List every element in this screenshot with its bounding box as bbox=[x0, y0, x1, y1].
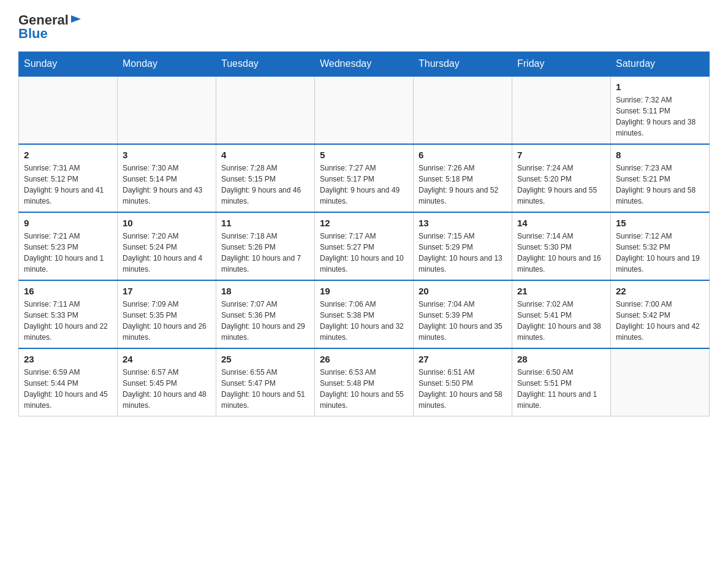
day-info: Sunrise: 7:31 AM Sunset: 5:12 PM Dayligh… bbox=[24, 163, 112, 207]
day-number: 23 bbox=[24, 354, 112, 364]
calendar-cell bbox=[118, 76, 216, 144]
day-number: 17 bbox=[123, 286, 211, 296]
day-info: Sunrise: 6:57 AM Sunset: 5:45 PM Dayligh… bbox=[123, 367, 211, 411]
day-info: Sunrise: 7:00 AM Sunset: 5:42 PM Dayligh… bbox=[616, 299, 704, 343]
day-info: Sunrise: 7:04 AM Sunset: 5:39 PM Dayligh… bbox=[419, 299, 507, 343]
weekday-header-thursday: Thursday bbox=[414, 52, 512, 77]
day-number: 10 bbox=[123, 218, 211, 228]
calendar-cell: 8Sunrise: 7:23 AM Sunset: 5:21 PM Daylig… bbox=[611, 144, 710, 212]
day-info: Sunrise: 7:23 AM Sunset: 5:21 PM Dayligh… bbox=[616, 163, 704, 207]
day-info: Sunrise: 7:02 AM Sunset: 5:41 PM Dayligh… bbox=[517, 299, 605, 343]
day-number: 7 bbox=[517, 150, 605, 160]
day-info: Sunrise: 7:11 AM Sunset: 5:33 PM Dayligh… bbox=[24, 299, 112, 343]
day-info: Sunrise: 7:26 AM Sunset: 5:18 PM Dayligh… bbox=[419, 163, 507, 207]
day-info: Sunrise: 7:09 AM Sunset: 5:35 PM Dayligh… bbox=[123, 299, 211, 343]
day-info: Sunrise: 7:28 AM Sunset: 5:15 PM Dayligh… bbox=[221, 163, 309, 207]
calendar-cell: 21Sunrise: 7:02 AM Sunset: 5:41 PM Dayli… bbox=[512, 280, 611, 348]
calendar-cell: 12Sunrise: 7:17 AM Sunset: 5:27 PM Dayli… bbox=[315, 212, 414, 280]
calendar-cell bbox=[512, 76, 611, 144]
page-header: General Blue bbox=[18, 12, 710, 42]
weekday-header-monday: Monday bbox=[118, 52, 216, 77]
calendar-cell: 16Sunrise: 7:11 AM Sunset: 5:33 PM Dayli… bbox=[19, 280, 118, 348]
calendar-cell: 22Sunrise: 7:00 AM Sunset: 5:42 PM Dayli… bbox=[611, 280, 710, 348]
day-number: 12 bbox=[320, 218, 408, 228]
day-info: Sunrise: 7:12 AM Sunset: 5:32 PM Dayligh… bbox=[616, 231, 704, 275]
day-number: 14 bbox=[517, 218, 605, 228]
calendar-cell: 3Sunrise: 7:30 AM Sunset: 5:14 PM Daylig… bbox=[118, 144, 216, 212]
day-number: 8 bbox=[616, 150, 704, 160]
svg-marker-0 bbox=[71, 15, 81, 23]
calendar-cell: 25Sunrise: 6:55 AM Sunset: 5:47 PM Dayli… bbox=[216, 348, 315, 416]
calendar-cell: 28Sunrise: 6:50 AM Sunset: 5:51 PM Dayli… bbox=[512, 348, 611, 416]
calendar-cell: 9Sunrise: 7:21 AM Sunset: 5:23 PM Daylig… bbox=[19, 212, 118, 280]
day-number: 19 bbox=[320, 286, 408, 296]
day-number: 24 bbox=[123, 354, 211, 364]
day-info: Sunrise: 6:50 AM Sunset: 5:51 PM Dayligh… bbox=[517, 367, 605, 411]
day-number: 5 bbox=[320, 150, 408, 160]
calendar-cell: 7Sunrise: 7:24 AM Sunset: 5:20 PM Daylig… bbox=[512, 144, 611, 212]
calendar-week-row: 23Sunrise: 6:59 AM Sunset: 5:44 PM Dayli… bbox=[19, 348, 710, 416]
day-number: 1 bbox=[616, 82, 704, 92]
calendar-cell: 1Sunrise: 7:32 AM Sunset: 5:11 PM Daylig… bbox=[611, 76, 710, 144]
day-number: 6 bbox=[419, 150, 507, 160]
day-info: Sunrise: 7:20 AM Sunset: 5:24 PM Dayligh… bbox=[123, 231, 211, 275]
calendar-cell bbox=[19, 76, 118, 144]
calendar-cell: 15Sunrise: 7:12 AM Sunset: 5:32 PM Dayli… bbox=[611, 212, 710, 280]
calendar-cell: 27Sunrise: 6:51 AM Sunset: 5:50 PM Dayli… bbox=[414, 348, 512, 416]
calendar-cell: 11Sunrise: 7:18 AM Sunset: 5:26 PM Dayli… bbox=[216, 212, 315, 280]
calendar-cell: 4Sunrise: 7:28 AM Sunset: 5:15 PM Daylig… bbox=[216, 144, 315, 212]
day-number: 22 bbox=[616, 286, 704, 296]
day-number: 20 bbox=[419, 286, 507, 296]
weekday-header-wednesday: Wednesday bbox=[315, 52, 414, 77]
weekday-header-row: SundayMondayTuesdayWednesdayThursdayFrid… bbox=[19, 52, 710, 77]
calendar-cell bbox=[315, 76, 414, 144]
calendar-table: SundayMondayTuesdayWednesdayThursdayFrid… bbox=[18, 52, 710, 416]
day-number: 9 bbox=[24, 218, 112, 228]
calendar-cell: 5Sunrise: 7:27 AM Sunset: 5:17 PM Daylig… bbox=[315, 144, 414, 212]
logo-flag-icon bbox=[70, 14, 82, 26]
day-info: Sunrise: 7:07 AM Sunset: 5:36 PM Dayligh… bbox=[221, 299, 309, 343]
logo: General Blue bbox=[18, 12, 82, 42]
weekday-header-sunday: Sunday bbox=[19, 52, 118, 77]
calendar-cell: 18Sunrise: 7:07 AM Sunset: 5:36 PM Dayli… bbox=[216, 280, 315, 348]
calendar-cell: 17Sunrise: 7:09 AM Sunset: 5:35 PM Dayli… bbox=[118, 280, 216, 348]
day-info: Sunrise: 7:30 AM Sunset: 5:14 PM Dayligh… bbox=[123, 163, 211, 207]
calendar-week-row: 9Sunrise: 7:21 AM Sunset: 5:23 PM Daylig… bbox=[19, 212, 710, 280]
calendar-cell bbox=[216, 76, 315, 144]
day-info: Sunrise: 7:17 AM Sunset: 5:27 PM Dayligh… bbox=[320, 231, 408, 275]
calendar-cell: 13Sunrise: 7:15 AM Sunset: 5:29 PM Dayli… bbox=[414, 212, 512, 280]
calendar-cell: 24Sunrise: 6:57 AM Sunset: 5:45 PM Dayli… bbox=[118, 348, 216, 416]
calendar-cell: 26Sunrise: 6:53 AM Sunset: 5:48 PM Dayli… bbox=[315, 348, 414, 416]
calendar-week-row: 16Sunrise: 7:11 AM Sunset: 5:33 PM Dayli… bbox=[19, 280, 710, 348]
day-number: 21 bbox=[517, 286, 605, 296]
day-info: Sunrise: 7:18 AM Sunset: 5:26 PM Dayligh… bbox=[221, 231, 309, 275]
logo-blue-text: Blue bbox=[18, 26, 48, 42]
calendar-cell: 2Sunrise: 7:31 AM Sunset: 5:12 PM Daylig… bbox=[19, 144, 118, 212]
calendar-week-row: 2Sunrise: 7:31 AM Sunset: 5:12 PM Daylig… bbox=[19, 144, 710, 212]
calendar-cell: 10Sunrise: 7:20 AM Sunset: 5:24 PM Dayli… bbox=[118, 212, 216, 280]
calendar-cell bbox=[611, 348, 710, 416]
day-info: Sunrise: 6:53 AM Sunset: 5:48 PM Dayligh… bbox=[320, 367, 408, 411]
day-number: 26 bbox=[320, 354, 408, 364]
day-info: Sunrise: 7:14 AM Sunset: 5:30 PM Dayligh… bbox=[517, 231, 605, 275]
day-number: 3 bbox=[123, 150, 211, 160]
day-info: Sunrise: 7:06 AM Sunset: 5:38 PM Dayligh… bbox=[320, 299, 408, 343]
day-number: 16 bbox=[24, 286, 112, 296]
weekday-header-tuesday: Tuesday bbox=[216, 52, 315, 77]
calendar-cell: 23Sunrise: 6:59 AM Sunset: 5:44 PM Dayli… bbox=[19, 348, 118, 416]
day-number: 2 bbox=[24, 150, 112, 160]
day-info: Sunrise: 7:27 AM Sunset: 5:17 PM Dayligh… bbox=[320, 163, 408, 207]
day-number: 25 bbox=[221, 354, 309, 364]
calendar-cell: 14Sunrise: 7:14 AM Sunset: 5:30 PM Dayli… bbox=[512, 212, 611, 280]
day-info: Sunrise: 6:51 AM Sunset: 5:50 PM Dayligh… bbox=[419, 367, 507, 411]
calendar-cell: 20Sunrise: 7:04 AM Sunset: 5:39 PM Dayli… bbox=[414, 280, 512, 348]
day-number: 28 bbox=[517, 354, 605, 364]
weekday-header-saturday: Saturday bbox=[611, 52, 710, 77]
day-number: 18 bbox=[221, 286, 309, 296]
day-number: 4 bbox=[221, 150, 309, 160]
weekday-header-friday: Friday bbox=[512, 52, 611, 77]
day-info: Sunrise: 7:24 AM Sunset: 5:20 PM Dayligh… bbox=[517, 163, 605, 207]
day-number: 13 bbox=[419, 218, 507, 228]
day-info: Sunrise: 7:21 AM Sunset: 5:23 PM Dayligh… bbox=[24, 231, 112, 275]
calendar-cell: 6Sunrise: 7:26 AM Sunset: 5:18 PM Daylig… bbox=[414, 144, 512, 212]
